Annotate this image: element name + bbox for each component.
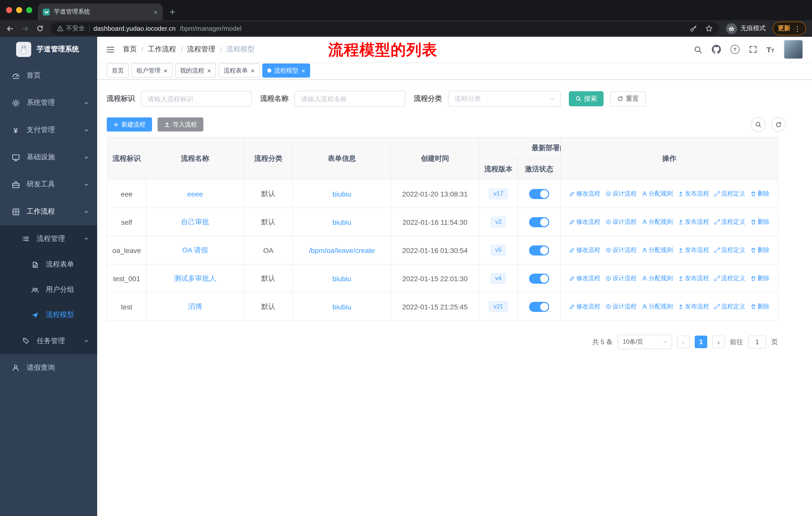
github-icon[interactable]: [712, 45, 721, 54]
active-toggle[interactable]: [529, 217, 549, 227]
action-publish-process[interactable]: 发布流程: [678, 274, 709, 283]
refresh-table-button[interactable]: [771, 117, 786, 132]
active-toggle[interactable]: [529, 245, 549, 255]
sidebar-item-infrastructure[interactable]: 基础设施: [0, 144, 97, 171]
action-assign-rule[interactable]: 分配规则: [642, 189, 673, 198]
sidebar-item-user-group[interactable]: 用户分组: [0, 277, 97, 302]
import-process-button[interactable]: 导入流程: [157, 117, 203, 132]
close-icon[interactable]: ×: [301, 67, 305, 74]
action-publish-process[interactable]: 发布流程: [678, 302, 709, 311]
action-delete[interactable]: 删除: [750, 218, 770, 226]
action-assign-rule[interactable]: 分配规则: [642, 274, 673, 283]
browser-update-button[interactable]: 更新 ⋮: [773, 22, 806, 35]
sidebar-item-workflow[interactable]: 工作流程: [0, 198, 97, 225]
prev-page-button[interactable]: ‹: [677, 335, 690, 348]
next-page-button[interactable]: ›: [712, 335, 725, 348]
active-toggle[interactable]: [529, 273, 549, 283]
action-design-process[interactable]: 设计流程: [605, 274, 637, 283]
action-design-process[interactable]: 设计流程: [605, 302, 637, 311]
active-toggle[interactable]: [529, 189, 549, 199]
action-publish-process[interactable]: 发布流程: [678, 246, 709, 254]
action-edit-process[interactable]: 修改流程: [569, 218, 600, 226]
forward-icon[interactable]: [21, 24, 29, 32]
action-design-process[interactable]: 设计流程: [605, 218, 637, 226]
new-tab-button[interactable]: +: [170, 7, 175, 17]
action-edit-process[interactable]: 修改流程: [569, 302, 600, 311]
action-process-definition[interactable]: 流程定义: [714, 218, 745, 226]
goto-page-input[interactable]: [748, 335, 766, 349]
process-name-link[interactable]: eeee: [187, 190, 203, 198]
password-key-icon[interactable]: [690, 25, 697, 32]
browser-menu-icon[interactable]: ⋮: [794, 24, 801, 32]
minimize-window-button[interactable]: [16, 7, 22, 13]
action-design-process[interactable]: 设计流程: [605, 246, 637, 254]
form-info-link[interactable]: biubiu: [332, 218, 351, 226]
action-process-definition[interactable]: 流程定义: [714, 189, 745, 198]
page-size-select[interactable]: 10条/页: [618, 334, 672, 349]
breadcrumb-home[interactable]: 首页: [123, 45, 137, 54]
action-delete[interactable]: 删除: [750, 246, 770, 254]
close-icon[interactable]: ×: [251, 67, 255, 74]
action-delete[interactable]: 删除: [750, 189, 770, 198]
action-edit-process[interactable]: 修改流程: [569, 189, 600, 198]
sidebar-item-process-form[interactable]: 流程表单: [0, 252, 97, 277]
process-name-link[interactable]: OA 请假: [182, 246, 208, 255]
sidebar-item-leave-query[interactable]: 请假查询: [0, 354, 97, 381]
zoom-window-button[interactable]: [26, 7, 32, 13]
process-name-link[interactable]: 测试多审批人: [174, 274, 216, 283]
browser-tab[interactable]: 芋道管理系统 ×: [38, 3, 163, 20]
sidebar-item-devtools[interactable]: 研发工具: [0, 171, 97, 198]
fullscreen-icon[interactable]: [749, 45, 757, 53]
sidebar-item-system[interactable]: 系统管理: [0, 89, 97, 116]
sidebar-item-process-model[interactable]: 流程模型: [0, 302, 97, 328]
action-process-definition[interactable]: 流程定义: [714, 246, 745, 254]
tag-process-form[interactable]: 流程表单 ×: [219, 63, 260, 78]
tag-tenant-management[interactable]: 租户管理 ×: [132, 63, 172, 78]
breadcrumb-process-management[interactable]: 流程管理: [187, 45, 215, 54]
action-publish-process[interactable]: 发布流程: [678, 218, 709, 226]
process-name-input[interactable]: [294, 91, 405, 107]
breadcrumb-workflow[interactable]: 工作流程: [148, 45, 176, 54]
action-process-definition[interactable]: 流程定义: [714, 274, 745, 283]
sidebar-item-task-management[interactable]: 任务管理: [0, 328, 97, 354]
sidebar-item-payment[interactable]: ¥ 支付管理: [0, 116, 97, 144]
tag-home[interactable]: 首页: [107, 63, 129, 78]
url-field[interactable]: 不安全 dashboard.yudao.iocoder.cn/bpm/manag…: [51, 22, 719, 35]
search-button[interactable]: 搜索: [569, 91, 604, 106]
action-design-process[interactable]: 设计流程: [605, 189, 637, 198]
help-icon[interactable]: ?: [730, 45, 739, 54]
back-icon[interactable]: [6, 24, 14, 32]
tab-close-icon[interactable]: ×: [153, 8, 157, 16]
action-edit-process[interactable]: 修改流程: [569, 246, 600, 254]
action-edit-process[interactable]: 修改流程: [569, 274, 600, 283]
process-category-select[interactable]: 流程分类: [448, 91, 561, 107]
font-size-icon[interactable]: TT: [766, 45, 774, 54]
close-icon[interactable]: ×: [207, 67, 211, 74]
active-toggle[interactable]: [529, 302, 549, 312]
form-info-link[interactable]: biubiu: [332, 274, 351, 282]
sidebar-item-home[interactable]: 首页: [0, 62, 97, 89]
create-process-button[interactable]: 新建流程: [107, 117, 152, 132]
process-key-input[interactable]: [141, 91, 252, 107]
action-delete[interactable]: 删除: [750, 274, 770, 283]
action-assign-rule[interactable]: 分配规则: [642, 302, 673, 311]
action-assign-rule[interactable]: 分配规则: [642, 246, 673, 254]
form-info-link[interactable]: biubiu: [332, 303, 351, 311]
toggle-search-button[interactable]: [751, 117, 766, 132]
tag-process-model[interactable]: 流程模型 ×: [262, 63, 310, 78]
action-delete[interactable]: 删除: [750, 302, 770, 311]
process-name-link[interactable]: 自己审批: [181, 217, 209, 226]
reset-button[interactable]: 重置: [610, 91, 646, 106]
sidebar-toggle-icon[interactable]: [97, 45, 123, 54]
close-icon[interactable]: ×: [164, 67, 167, 74]
reload-icon[interactable]: [36, 25, 44, 32]
page-1-button[interactable]: 1: [695, 335, 707, 348]
not-secure-warning[interactable]: 不安全: [57, 24, 85, 33]
tag-my-process[interactable]: 我的流程 ×: [175, 63, 216, 78]
bookmark-star-icon[interactable]: [705, 25, 713, 32]
sidebar-item-process-management[interactable]: 流程管理: [0, 225, 97, 252]
app-logo[interactable]: 芋道管理系统: [0, 37, 97, 62]
action-assign-rule[interactable]: 分配规则: [642, 218, 673, 226]
close-window-button[interactable]: [6, 7, 12, 13]
action-publish-process[interactable]: 发布流程: [678, 189, 709, 198]
